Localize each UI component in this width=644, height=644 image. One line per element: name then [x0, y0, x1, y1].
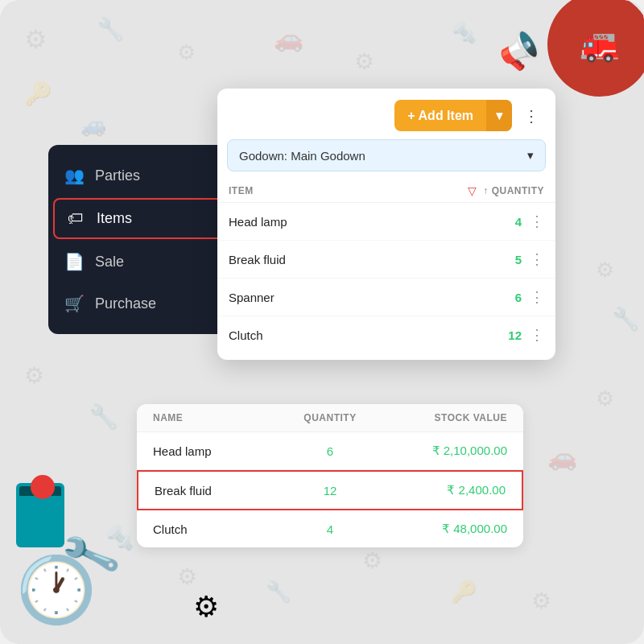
- inventory-table-body: Head lamp 4 ⋮ Break fluid 5 ⋮ Spanner 6 …: [217, 203, 555, 353]
- background: ⚙ 🔧 ⚙ 🚗 ⚙ 🔩 🔑 🚙 ⚙ 🔧 ⏱ 🔩 ⚙ 🔧 ⚙ 🔑 ⚙ 🚗 ⚙ 🔧 …: [0, 0, 644, 644]
- parties-icon: 👥: [64, 166, 84, 185]
- card-header: + Add Item ▾ ⋮: [217, 89, 555, 139]
- inventory-row[interactable]: Head lamp 4 ⋮: [217, 203, 555, 241]
- add-item-label: + Add Item: [394, 101, 486, 131]
- sidebar: 👥 Parties 🏷 Items 📄 Sale 🛒 Purchase: [48, 145, 233, 334]
- col-item: ITEM: [229, 185, 461, 196]
- gear-bottom-icon: ⚙: [193, 590, 219, 624]
- godown-selector[interactable]: Godown: Main Godown ▾: [227, 139, 546, 171]
- sidebar-label-sale: Sale: [95, 254, 124, 270]
- stock-row[interactable]: Break fluid 12 ₹ 2,400.00: [137, 470, 523, 510]
- inventory-row[interactable]: Clutch 12 ⋮: [217, 316, 555, 353]
- sidebar-item-parties[interactable]: 👥 Parties: [48, 155, 233, 196]
- purchase-icon: 🛒: [64, 294, 84, 313]
- sidebar-label-parties: Parties: [95, 167, 140, 184]
- stock-col-quantity: QUANTITY: [286, 412, 374, 423]
- stock-row-qty: 12: [287, 484, 374, 497]
- stock-row-qty: 6: [286, 444, 374, 458]
- stock-row-name: Clutch: [153, 522, 286, 536]
- stock-table-body: Head lamp 6 ₹ 2,10,000.00 Break fluid 12…: [137, 432, 523, 547]
- row-more-button[interactable]: ⋮: [530, 213, 544, 230]
- inventory-row[interactable]: Spanner 6 ⋮: [217, 279, 555, 316]
- stock-row[interactable]: Clutch 4 ₹ 48,000.00: [137, 510, 523, 547]
- row-more-button[interactable]: ⋮: [530, 326, 544, 344]
- filter-icon[interactable]: ▽: [468, 184, 477, 197]
- stock-row-value: ₹ 2,10,000.00: [374, 444, 507, 458]
- stock-row-name: Break fluid: [155, 484, 287, 497]
- sidebar-label-purchase: Purchase: [95, 295, 156, 312]
- sort-arrow: ↑: [483, 185, 489, 196]
- stock-row-qty: 4: [286, 522, 374, 536]
- items-icon: 🏷: [66, 209, 85, 228]
- stock-col-name: NAME: [153, 412, 286, 423]
- row-more-button[interactable]: ⋮: [530, 288, 544, 306]
- godown-label: Godown: Main Godown: [239, 149, 365, 163]
- row-item-name: Spanner: [229, 291, 515, 304]
- inventory-table-header: ITEM ▽ ↑ QUANTITY: [217, 180, 555, 203]
- inventory-row[interactable]: Break fluid 5 ⋮: [217, 241, 555, 279]
- stock-table-header: NAME QUANTITY STOCK VALUE: [137, 404, 523, 432]
- sidebar-item-purchase[interactable]: 🛒 Purchase: [48, 283, 233, 324]
- row-item-qty: 4: [515, 215, 522, 229]
- row-more-button[interactable]: ⋮: [530, 250, 544, 268]
- more-options-button[interactable]: ⋮: [518, 103, 544, 129]
- row-item-qty: 12: [508, 328, 522, 342]
- godown-arrow: ▾: [527, 148, 534, 163]
- stock-row[interactable]: Head lamp 6 ₹ 2,10,000.00: [137, 432, 523, 470]
- stock-row-name: Head lamp: [153, 444, 286, 458]
- stock-table: NAME QUANTITY STOCK VALUE Head lamp 6 ₹ …: [137, 404, 523, 547]
- sale-icon: 📄: [64, 252, 84, 271]
- col-quantity: ↑ QUANTITY: [483, 185, 544, 196]
- row-item-name: Head lamp: [229, 215, 515, 229]
- row-item-name: Clutch: [229, 328, 508, 342]
- add-item-button[interactable]: + Add Item ▾: [394, 100, 512, 131]
- sidebar-label-items: Items: [97, 210, 132, 227]
- red-decoration: [31, 475, 55, 499]
- stock-row-value: ₹ 48,000.00: [374, 522, 507, 536]
- stock-col-value: STOCK VALUE: [374, 412, 507, 423]
- row-item-qty: 5: [515, 253, 522, 266]
- add-item-dropdown-arrow[interactable]: ▾: [486, 100, 512, 131]
- stock-row-value: ₹ 2,400.00: [374, 483, 506, 497]
- sidebar-item-sale[interactable]: 📄 Sale: [48, 241, 233, 283]
- speedometer-icon: 🕐: [16, 552, 97, 628]
- main-card: + Add Item ▾ ⋮ Godown: Main Godown ▾ ITE…: [217, 89, 555, 360]
- row-item-qty: 6: [515, 291, 522, 304]
- sidebar-item-items[interactable]: 🏷 Items: [53, 198, 229, 239]
- row-item-name: Break fluid: [229, 253, 515, 266]
